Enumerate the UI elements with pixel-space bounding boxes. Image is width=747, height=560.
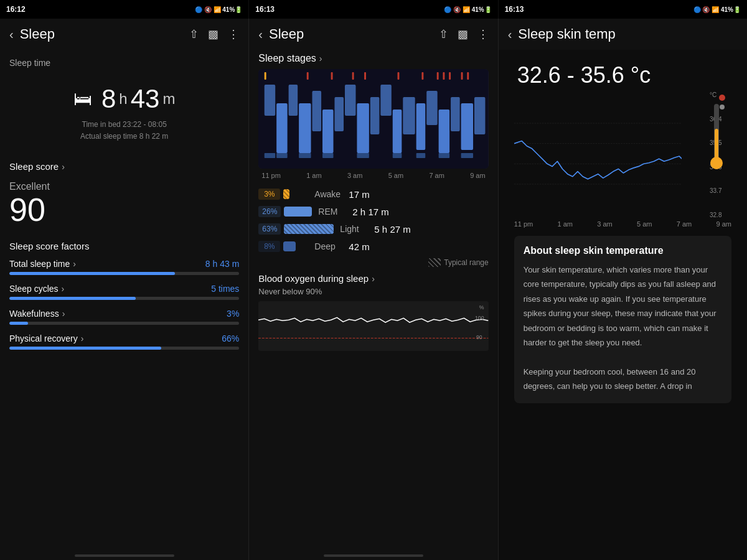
chart-icon-2[interactable]: ▩: [458, 27, 468, 41]
hatched-icon: [428, 258, 441, 267]
panel2-header-icons: ⇧ ▩ ⋮: [439, 27, 489, 41]
factor-name-1[interactable]: Sleep cycles ›: [9, 284, 64, 294]
stage-pct-1: 26%: [258, 206, 281, 217]
factor-bar-fill-2: [9, 322, 28, 325]
svg-rect-31: [474, 97, 485, 134]
blood-oxygen-sub: Never below 90%: [258, 287, 488, 296]
score-section: Sleep score › Excellent 90: [9, 161, 239, 228]
stages-header[interactable]: Sleep stages ›: [258, 53, 488, 64]
blood-oxygen-header[interactable]: Blood oxygen during sleep ›: [258, 273, 488, 284]
factor-name-2[interactable]: Wakefulness ›: [9, 309, 65, 319]
factor-name-0[interactable]: Total sleep time ›: [9, 259, 76, 269]
stage-pct-0: 3%: [258, 189, 280, 200]
svg-rect-24: [393, 110, 402, 153]
factor-row: Total sleep time › 8 h 43 m: [9, 259, 239, 275]
factor-value-1: 5 times: [211, 284, 239, 294]
svg-rect-9: [443, 72, 445, 80]
score-value: 90: [9, 192, 239, 228]
stage-rows: 3% Awake 17 m 26% REM 2 h 17 m 63%: [258, 189, 488, 252]
stage-pct-bar-0: 3%: [258, 189, 308, 200]
panel1-content: Sleep time 🛏 8 h 43 m Time in bed 23:22 …: [0, 50, 248, 554]
stage-pct-bar-1: 26%: [258, 206, 312, 217]
svg-rect-49: [715, 129, 718, 160]
stage-fill-0: [283, 189, 289, 199]
more-icon-2[interactable]: ⋮: [477, 27, 489, 41]
svg-rect-14: [276, 103, 287, 153]
factor-header-2: Wakefulness › 3%: [9, 309, 239, 319]
panel3-content: 32.6 - 35.6 °c: [499, 50, 747, 560]
stage-progress-0: [283, 189, 289, 199]
sleep-time-label: Sleep time: [9, 58, 239, 68]
score-rating: Excellent: [9, 181, 239, 192]
typical-range-label: Typical range: [444, 258, 488, 267]
svg-rect-33: [276, 153, 287, 158]
scroll-indicator-2: [324, 554, 423, 557]
factor-bar-bg-3: [9, 347, 239, 350]
factor-chevron-3: ›: [81, 334, 84, 343]
status-bar-3: 16:13 🔵 🔇 📶 41%🔋: [499, 0, 747, 19]
sleep-bed-icon: 🛏: [73, 88, 92, 110]
stage-duration-1: 2 h 17 m: [352, 207, 388, 217]
factor-label-3: Physical recovery: [9, 334, 78, 343]
svg-rect-51: [514, 103, 682, 204]
back-arrow-3[interactable]: ‹: [508, 27, 512, 42]
stage-progress-1: [284, 207, 312, 217]
stage-duration-2: 5 h 27 m: [374, 224, 410, 235]
factor-label-1: Sleep cycles: [9, 284, 59, 294]
svg-rect-3: [331, 72, 333, 80]
more-icon-1[interactable]: ⋮: [228, 27, 239, 41]
back-arrow-1[interactable]: ‹: [9, 27, 14, 42]
svg-rect-39: [439, 153, 449, 158]
stage-row: 8% Deep 42 m: [258, 241, 488, 252]
svg-rect-35: [322, 153, 333, 158]
factor-bar-fill-1: [9, 297, 136, 300]
factor-chevron-2: ›: [62, 309, 65, 319]
panel-skin-temp: ‹ Sleep skin temp 32.6 - 35.6 °c: [499, 19, 747, 560]
temp-line-chart: [514, 91, 682, 216]
svg-rect-40: [461, 153, 473, 158]
icons-1: 🔵 🔇 📶 41%🔋: [195, 6, 242, 13]
svg-rect-25: [403, 97, 415, 134]
panel1-title: Sleep: [20, 26, 55, 42]
stage-row: 3% Awake 17 m: [258, 189, 488, 200]
stage-name-0: Awake: [314, 189, 342, 199]
factor-header-1: Sleep cycles › 5 times: [9, 284, 239, 294]
factor-name-3[interactable]: Physical recovery ›: [9, 334, 83, 343]
score-link[interactable]: Sleep score ›: [9, 161, 239, 172]
svg-rect-29: [451, 97, 460, 131]
share-icon-1[interactable]: ⇧: [189, 27, 199, 41]
svg-rect-11: [461, 72, 463, 80]
svg-rect-21: [357, 103, 369, 153]
thermometer: [707, 91, 725, 181]
svg-rect-15: [289, 85, 298, 116]
chart-icon-1[interactable]: ▩: [208, 27, 218, 41]
stage-pct-bar-3: 8%: [258, 241, 308, 252]
panel2-title: Sleep: [269, 26, 304, 42]
typical-range: Typical range: [258, 258, 488, 267]
svg-point-47: [720, 105, 725, 110]
panel1-header-icons: ⇧ ▩ ⋮: [189, 27, 239, 41]
share-icon-2[interactable]: ⇧: [439, 27, 448, 41]
factor-chevron-0: ›: [73, 259, 76, 269]
stages-label: Sleep stages: [258, 53, 316, 64]
score-chevron: ›: [62, 162, 65, 172]
svg-rect-32: [265, 153, 275, 158]
back-arrow-2[interactable]: ‹: [258, 27, 263, 42]
factor-row: Wakefulness › 3%: [9, 309, 239, 325]
panel3-header: ‹ Sleep skin temp: [499, 19, 747, 50]
factor-chevron-1: ›: [62, 284, 65, 294]
svg-rect-1: [265, 72, 266, 80]
svg-text:90: 90: [476, 334, 482, 340]
svg-rect-2: [307, 72, 309, 80]
svg-rect-27: [427, 91, 438, 125]
svg-rect-13: [265, 85, 275, 116]
factor-bar-bg-0: [9, 272, 239, 275]
svg-rect-16: [299, 103, 311, 153]
panel2-content: Sleep stages ›: [249, 50, 497, 554]
y-label-5: 33.7: [710, 187, 731, 194]
scroll-indicator-1: [75, 554, 174, 557]
time-in-bed: Time in bed 23:22 - 08:05: [82, 120, 167, 129]
svg-rect-28: [439, 110, 449, 153]
svg-rect-10: [449, 72, 451, 80]
time-1: 16:12: [6, 5, 26, 14]
